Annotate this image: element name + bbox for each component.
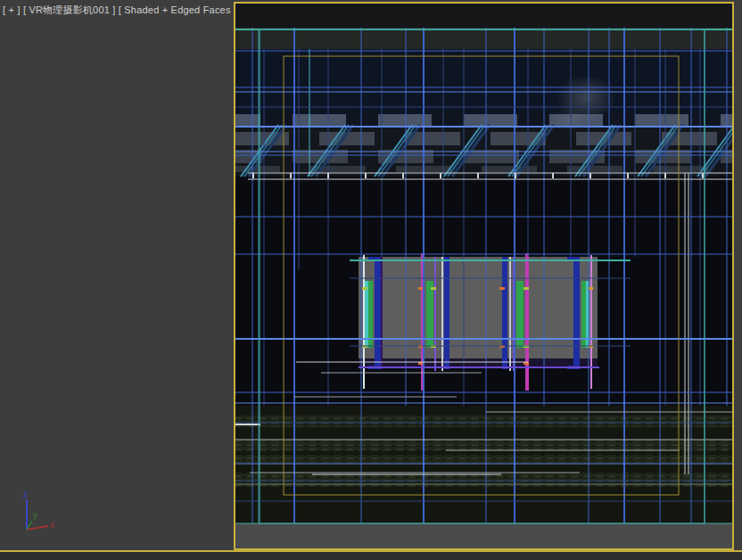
entry-steps	[234, 416, 734, 487]
world-axis-gizmo: z x y	[5, 489, 62, 539]
camera-scene-wireframe	[234, 2, 734, 550]
x-axis-line	[27, 526, 48, 530]
bottom-strip	[0, 552, 742, 560]
camera-view[interactable]	[234, 2, 734, 550]
z-axis-label: z	[23, 490, 28, 499]
viewport-label[interactable]: [ + ] [ VR物理摄影机001 ] [ Shaded + Edged Fa…	[3, 4, 236, 17]
x-axis-label: x	[50, 520, 54, 530]
y-axis-label: y	[33, 510, 37, 520]
max-viewport[interactable]: [ + ] [ VR物理摄影机001 ] [ Shaded + Edged Fa…	[0, 0, 742, 560]
